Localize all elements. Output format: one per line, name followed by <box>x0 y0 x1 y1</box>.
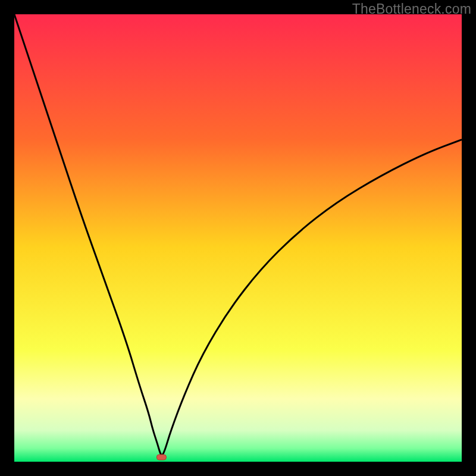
chart-frame <box>14 14 462 462</box>
bottleneck-chart <box>14 14 462 462</box>
gradient-background <box>14 14 462 462</box>
optimum-marker <box>156 455 166 460</box>
